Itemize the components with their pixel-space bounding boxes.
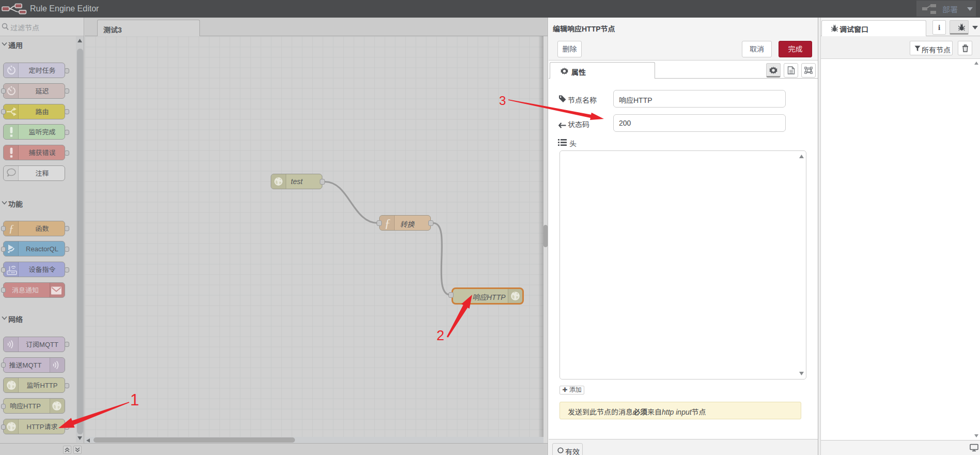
svg-text:1: 1 <box>130 391 139 409</box>
svg-text:2: 2 <box>437 328 444 343</box>
svg-text:3: 3 <box>499 94 506 108</box>
